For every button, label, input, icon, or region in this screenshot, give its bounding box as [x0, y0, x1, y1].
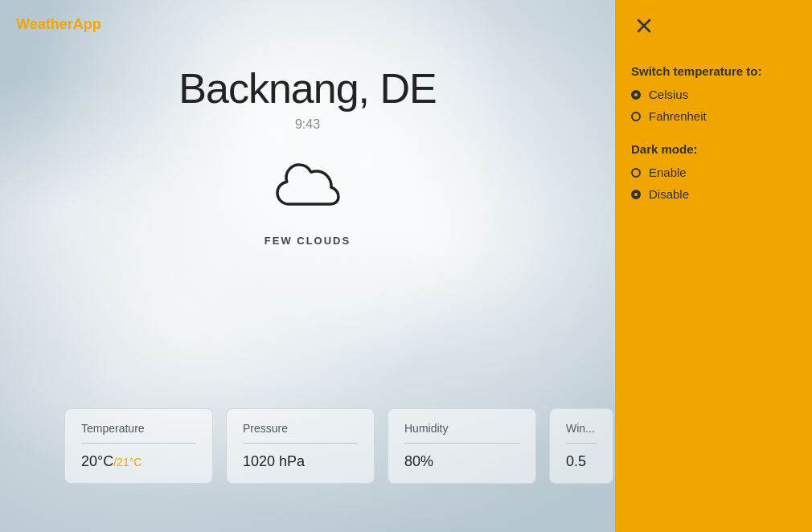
enable-dark-label: Enable — [649, 166, 687, 179]
humidity-label: Humidity — [404, 422, 519, 435]
wind-value: 0.5 — [566, 453, 597, 470]
close-icon — [634, 16, 654, 35]
info-cards: Temperature 20°C/21°C Pressure 1020 hPa … — [64, 408, 615, 484]
enable-dark-option[interactable]: Enable — [631, 166, 796, 179]
celsius-label: Celsius — [649, 88, 688, 101]
temp-section-title: Switch temperature to: — [631, 64, 796, 78]
temperature-value: 20°C/21°C — [81, 453, 196, 470]
temperature-label: Temperature — [81, 422, 196, 435]
humidity-value: 80% — [404, 453, 519, 470]
fahrenheit-option[interactable]: Fahrenheit — [631, 109, 796, 123]
pressure-value: 1020 hPa — [243, 453, 358, 470]
disable-dark-label: Disable — [649, 187, 689, 201]
wind-label: Win... — [566, 422, 597, 435]
current-time: 9:43 — [295, 117, 320, 132]
fahrenheit-radio[interactable] — [631, 112, 641, 121]
settings-panel: Switch temperature to: Celsius Fahrenhei… — [615, 0, 812, 532]
humidity-card: Humidity 80% — [388, 408, 536, 484]
dark-mode-section: Dark mode: Enable Disable — [631, 142, 796, 201]
city-name: Backnang, DE — [178, 64, 436, 113]
fahrenheit-label: Fahrenheit — [649, 109, 707, 123]
enable-dark-radio[interactable] — [631, 168, 641, 178]
celsius-radio[interactable] — [631, 90, 641, 100]
close-button[interactable] — [631, 13, 657, 41]
dark-section-title: Dark mode: — [631, 142, 796, 156]
weather-condition: FEW CLOUDS — [265, 235, 351, 247]
wind-card: Win... 0.5 — [549, 408, 613, 484]
pressure-label: Pressure — [243, 422, 358, 435]
celsius-option[interactable]: Celsius — [631, 88, 796, 101]
pressure-card: Pressure 1020 hPa — [226, 408, 375, 484]
weather-area: WeatherApp Backnang, DE 9:43 FEW CLOUDS … — [0, 0, 615, 532]
temperature-card: Temperature 20°C/21°C — [64, 408, 213, 484]
cloud-icon — [268, 156, 348, 220]
disable-dark-radio[interactable] — [631, 190, 641, 199]
temperature-section: Switch temperature to: Celsius Fahrenhei… — [631, 64, 796, 123]
settings-content: Switch temperature to: Celsius Fahrenhei… — [631, 64, 796, 201]
weather-icon-wrap — [268, 156, 348, 223]
disable-dark-option[interactable]: Disable — [631, 187, 796, 201]
